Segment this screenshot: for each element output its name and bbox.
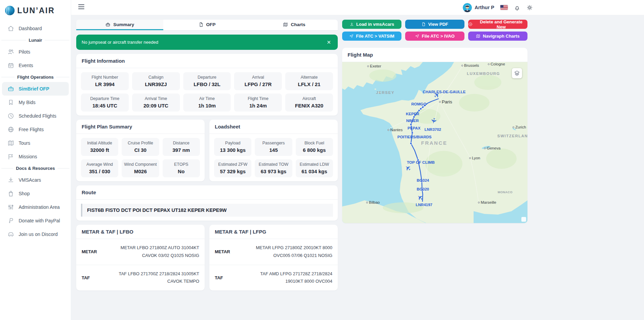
map-layers-button[interactable] — [512, 68, 522, 78]
stat-box: Passengers145 — [255, 138, 292, 156]
map-label: Exeter — [367, 64, 381, 68]
flag-icon — [7, 153, 14, 160]
sidebar-item-donate-paypal[interactable]: Donate with PayPal — [2, 214, 69, 227]
sidebar-item-pilots[interactable]: Pilots — [2, 45, 69, 59]
sidebar-item-vmsacars[interactable]: VMSAcars — [2, 173, 69, 187]
sidebar-item-administration-area[interactable]: Administration Area — [2, 200, 69, 214]
sidebar-item-events[interactable]: Events — [2, 59, 69, 72]
stat-label: Flight Time — [235, 96, 281, 101]
sidebar-item-free-flights[interactable]: Free Flights — [2, 123, 69, 136]
top-header: Arthur P — [71, 0, 644, 15]
map-label: Geneva — [484, 146, 500, 150]
metar-row: TAFTAF LFBO 271700Z 2718/2824 31005KT CA… — [76, 265, 205, 291]
map-attribution-toggle[interactable] — [521, 217, 526, 222]
sliders-icon — [7, 204, 14, 211]
close-icon[interactable]: ✕ — [325, 39, 332, 45]
stat-value: 1h 24m — [235, 103, 281, 108]
delete-generate-new-button[interactable]: Delete and Generate New — [468, 20, 527, 29]
fps-row1: Initial Altitude32000 ftCruise ProfileCI… — [81, 138, 200, 156]
stat-value: 351 / 030 — [82, 168, 117, 174]
city-marker-icon — [488, 63, 490, 65]
city-marker-icon — [513, 126, 514, 128]
stat-box: AircraftFENIX A320 — [285, 94, 333, 112]
map-label: Nantes — [388, 128, 402, 132]
metar-row-value: METAR LFPG 271800Z 20010KT 8000 OVC005 0… — [246, 244, 332, 260]
view-pdf-button[interactable]: View PDF — [405, 20, 464, 29]
stat-box: Air Time1h 10m — [183, 94, 231, 112]
sidebar-item-label: Tours — [19, 140, 30, 146]
document-icon — [421, 22, 426, 26]
stat-label: Departure Time — [82, 96, 127, 101]
us-flag-icon[interactable] — [500, 5, 508, 10]
app-root: LUN’AIR Dashboard Lunair Pilots Events F… — [0, 0, 644, 320]
metar-row-value: METAR LFBO 271800Z AUTO 31004KT CAVOK 03… — [113, 244, 199, 260]
users-icon — [7, 48, 14, 55]
flight-map-card: Flight Map — [342, 48, 527, 223]
tab-summary[interactable]: Summary — [76, 20, 163, 30]
card-title: Flight Information — [76, 54, 338, 68]
stat-label: Wind Component — [123, 162, 158, 167]
tab-charts[interactable]: Charts — [251, 20, 338, 30]
sidebar-item-my-bids[interactable]: My Bids — [2, 96, 69, 109]
card-title: Route — [76, 185, 338, 200]
card-title: METAR & TAF | LFPG — [209, 225, 338, 239]
brand-logo[interactable]: LUN’AIR — [0, 3, 71, 22]
metar-row: TAFTAF AMD LFPG 271728Z 2718/2824 19010K… — [209, 265, 338, 291]
sidebar-item-tours[interactable]: Tours — [2, 136, 69, 150]
paypal-icon — [7, 217, 14, 224]
sidebar-item-label: Dashboard — [19, 26, 42, 31]
load-vmsacars-button[interactable]: Load in vmsAcars — [342, 20, 401, 29]
send-icon — [415, 34, 419, 38]
sidebar-item-simbrief-ofp[interactable]: SimBrief OFP — [2, 82, 69, 96]
sidebar-item-dashboard[interactable]: Dashboard — [2, 22, 69, 35]
shopping-bag-icon — [7, 190, 14, 197]
sidebar-item-scheduled-flights[interactable]: Scheduled Flights — [2, 109, 69, 123]
metar-row-label: TAF — [215, 275, 246, 280]
city-marker-icon — [478, 202, 480, 203]
loadsheet-row1: Payload13 300 kgsPassengers145Block Fuel… — [214, 138, 333, 156]
sidebar-item-missions[interactable]: Missions — [2, 150, 69, 163]
stat-value: M026 — [123, 168, 158, 174]
stat-box: Flight NumberLR 3994 — [81, 72, 129, 90]
stat-value: LNR39ZJ — [133, 81, 179, 87]
flight-map-canvas[interactable]: ✈✈✈✈ ExeterBrusselsCologneLUXEMBOURGJERS… — [342, 62, 527, 223]
map-label: Lyon — [469, 156, 480, 160]
stat-label: Air Time — [185, 96, 230, 101]
map-labels-layer: ExeterBrusselsCologneLUXEMBOURGJERSEYCHA… — [342, 62, 527, 223]
globe-logo-icon — [5, 5, 15, 16]
sidebar-item-shop[interactable]: Shop — [2, 187, 69, 200]
stat-value: 145 — [256, 147, 291, 153]
tab-label: Summary — [113, 22, 134, 27]
stat-value: LFLX / 21 — [287, 81, 332, 87]
file-atc-vatsim-button[interactable]: File ATC > VATSIM — [342, 32, 401, 41]
file-atc-ivao-button[interactable]: File ATC > IVAO — [405, 32, 464, 41]
stat-label: Alternate — [287, 75, 332, 80]
stat-box: AlternateLFLX / 21 — [285, 72, 333, 90]
map-label: LUXEMBOURG — [467, 72, 500, 76]
theme-toggle-button[interactable] — [526, 4, 533, 11]
bell-icon — [514, 4, 520, 11]
notifications-bell-button[interactable] — [514, 4, 520, 11]
sidebar: LUN’AIR Dashboard Lunair Pilots Events F… — [0, 0, 71, 320]
stat-value: 63 973 kgs — [256, 168, 291, 174]
map-label: Brussels — [461, 63, 479, 67]
hamburger-menu-button[interactable] — [76, 3, 86, 12]
globe-icon — [7, 126, 14, 133]
tab-ofp[interactable]: OFP — [163, 20, 250, 30]
brand-name: LUN’AIR — [17, 6, 55, 15]
tab-label: OFP — [206, 22, 216, 27]
stat-value: CI 30 — [123, 147, 158, 153]
flight-info-row2: Departure Time18:45 UTCArrival Time20:09… — [81, 94, 333, 112]
map-label: LNR3702 — [424, 127, 441, 132]
stat-label: Arrival — [235, 75, 281, 80]
map-label: SWITZERLAND — [497, 134, 527, 138]
metar-lfpg-rows: METARMETAR LFPG 271800Z 20010KT 8000 OVC… — [209, 239, 338, 291]
sidebar-item-label: Events — [19, 63, 33, 68]
user-menu[interactable]: Arthur P — [463, 3, 494, 12]
right-column: Load in vmsAcars View PDF Delete and Gen… — [342, 20, 527, 291]
map-label: JERSEY — [376, 91, 394, 95]
map-label: MONACO — [498, 191, 513, 194]
navigraph-charts-button[interactable]: Navigraph Charts — [468, 32, 527, 41]
card-title: Loadsheet — [209, 120, 338, 134]
sidebar-item-discord[interactable]: Join us on Discord — [2, 227, 69, 241]
